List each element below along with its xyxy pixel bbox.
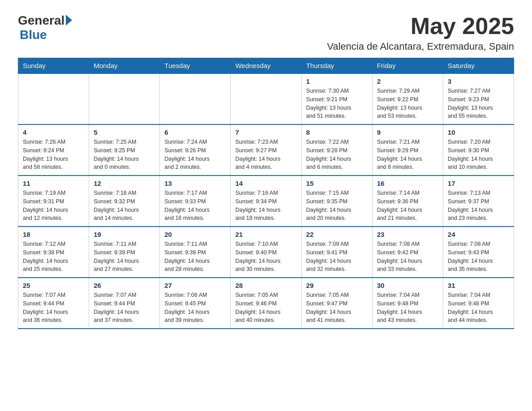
- logo-arrow-icon: [66, 15, 72, 26]
- day-number: 22: [306, 231, 368, 238]
- day-number: 9: [377, 128, 438, 136]
- calendar-cell-5-6: 30Sunrise: 7:04 AM Sunset: 9:48 PM Dayli…: [372, 278, 443, 329]
- day-number: 27: [164, 282, 226, 289]
- day-info: Sunrise: 7:18 AM Sunset: 9:32 PM Dayligh…: [94, 190, 139, 221]
- week-row-1: 1Sunrise: 7:30 AM Sunset: 9:21 PM Daylig…: [18, 73, 514, 124]
- calendar-cell-1-7: 3Sunrise: 7:27 AM Sunset: 9:23 PM Daylig…: [443, 73, 514, 124]
- day-info: Sunrise: 7:21 AM Sunset: 9:29 PM Dayligh…: [377, 139, 422, 170]
- day-info: Sunrise: 7:27 AM Sunset: 9:23 PM Dayligh…: [448, 88, 493, 119]
- calendar-cell-4-4: 21Sunrise: 7:10 AM Sunset: 9:40 PM Dayli…: [231, 227, 301, 278]
- day-info: Sunrise: 7:19 AM Sunset: 9:31 PM Dayligh…: [23, 190, 68, 221]
- day-info: Sunrise: 7:17 AM Sunset: 9:33 PM Dayligh…: [164, 190, 210, 221]
- day-info: Sunrise: 7:11 AM Sunset: 9:39 PM Dayligh…: [164, 241, 210, 272]
- day-info: Sunrise: 7:16 AM Sunset: 9:34 PM Dayligh…: [235, 190, 280, 221]
- logo-blue-text: Blue: [20, 28, 47, 42]
- day-number: 12: [94, 180, 155, 187]
- day-number: 14: [235, 180, 296, 187]
- weekday-header-monday: Monday: [89, 58, 160, 74]
- page-header: General Blue May 2025 Valencia de Alcant…: [18, 13, 514, 52]
- calendar-cell-5-1: 25Sunrise: 7:07 AM Sunset: 9:44 PM Dayli…: [18, 278, 89, 329]
- day-info: Sunrise: 7:04 AM Sunset: 9:48 PM Dayligh…: [377, 292, 422, 323]
- day-info: Sunrise: 7:30 AM Sunset: 9:21 PM Dayligh…: [306, 88, 352, 119]
- day-number: 21: [235, 231, 296, 238]
- day-info: Sunrise: 7:04 AM Sunset: 9:48 PM Dayligh…: [448, 292, 493, 323]
- calendar-cell-5-4: 28Sunrise: 7:05 AM Sunset: 9:46 PM Dayli…: [231, 278, 301, 329]
- calendar-cell-3-2: 12Sunrise: 7:18 AM Sunset: 9:32 PM Dayli…: [89, 176, 160, 227]
- day-number: 20: [164, 231, 226, 238]
- calendar-cell-1-4: [231, 73, 301, 124]
- calendar-cell-2-1: 4Sunrise: 7:26 AM Sunset: 9:24 PM Daylig…: [18, 124, 89, 176]
- day-number: 1: [306, 77, 368, 85]
- calendar-cell-2-6: 9Sunrise: 7:21 AM Sunset: 9:29 PM Daylig…: [372, 124, 443, 176]
- day-info: Sunrise: 7:08 AM Sunset: 9:43 PM Dayligh…: [448, 241, 493, 272]
- day-number: 18: [23, 231, 84, 238]
- calendar-cell-4-2: 19Sunrise: 7:11 AM Sunset: 9:39 PM Dayli…: [89, 227, 160, 278]
- calendar-cell-2-7: 10Sunrise: 7:20 AM Sunset: 9:30 PM Dayli…: [443, 124, 514, 176]
- day-info: Sunrise: 7:20 AM Sunset: 9:30 PM Dayligh…: [448, 139, 493, 170]
- day-info: Sunrise: 7:25 AM Sunset: 9:25 PM Dayligh…: [94, 139, 139, 170]
- day-number: 6: [164, 128, 226, 136]
- day-number: 19: [94, 231, 155, 238]
- calendar-cell-2-5: 8Sunrise: 7:22 AM Sunset: 9:28 PM Daylig…: [301, 124, 372, 176]
- calendar-cell-3-4: 14Sunrise: 7:16 AM Sunset: 9:34 PM Dayli…: [231, 176, 301, 227]
- calendar-cell-5-3: 27Sunrise: 7:06 AM Sunset: 9:45 PM Dayli…: [160, 278, 231, 329]
- day-info: Sunrise: 7:24 AM Sunset: 9:26 PM Dayligh…: [164, 139, 210, 170]
- day-number: 28: [235, 282, 296, 289]
- day-number: 13: [164, 180, 226, 187]
- day-number: 2: [377, 77, 438, 85]
- calendar-cell-3-7: 17Sunrise: 7:13 AM Sunset: 9:37 PM Dayli…: [443, 176, 514, 227]
- day-number: 17: [448, 180, 509, 187]
- calendar-cell-4-6: 23Sunrise: 7:08 AM Sunset: 9:42 PM Dayli…: [372, 227, 443, 278]
- calendar-header-row: SundayMondayTuesdayWednesdayThursdayFrid…: [18, 58, 514, 74]
- calendar-cell-3-3: 13Sunrise: 7:17 AM Sunset: 9:33 PM Dayli…: [160, 176, 231, 227]
- day-info: Sunrise: 7:11 AM Sunset: 9:39 PM Dayligh…: [94, 241, 139, 272]
- calendar-cell-2-3: 6Sunrise: 7:24 AM Sunset: 9:26 PM Daylig…: [160, 124, 231, 176]
- calendar-cell-2-2: 5Sunrise: 7:25 AM Sunset: 9:25 PM Daylig…: [89, 124, 160, 176]
- day-number: 23: [377, 231, 438, 238]
- day-info: Sunrise: 7:07 AM Sunset: 9:44 PM Dayligh…: [23, 292, 68, 323]
- day-number: 3: [448, 77, 509, 85]
- weekday-header-thursday: Thursday: [301, 58, 372, 74]
- day-number: 30: [377, 282, 438, 289]
- weekday-header-wednesday: Wednesday: [231, 58, 301, 74]
- day-number: 26: [94, 282, 155, 289]
- calendar-cell-3-6: 16Sunrise: 7:14 AM Sunset: 9:36 PM Dayli…: [372, 176, 443, 227]
- calendar-cell-1-2: [89, 73, 160, 124]
- title-section: May 2025 Valencia de Alcantara, Extremad…: [327, 13, 514, 52]
- calendar-cell-2-4: 7Sunrise: 7:23 AM Sunset: 9:27 PM Daylig…: [231, 124, 301, 176]
- week-row-5: 25Sunrise: 7:07 AM Sunset: 9:44 PM Dayli…: [18, 278, 514, 329]
- day-info: Sunrise: 7:23 AM Sunset: 9:27 PM Dayligh…: [235, 139, 280, 170]
- week-row-2: 4Sunrise: 7:26 AM Sunset: 9:24 PM Daylig…: [18, 124, 514, 176]
- day-info: Sunrise: 7:09 AM Sunset: 9:41 PM Dayligh…: [306, 241, 352, 272]
- calendar-cell-4-7: 24Sunrise: 7:08 AM Sunset: 9:43 PM Dayli…: [443, 227, 514, 278]
- calendar-cell-1-5: 1Sunrise: 7:30 AM Sunset: 9:21 PM Daylig…: [301, 73, 372, 124]
- calendar-cell-1-3: [160, 73, 231, 124]
- weekday-header-saturday: Saturday: [443, 58, 514, 74]
- day-info: Sunrise: 7:13 AM Sunset: 9:37 PM Dayligh…: [448, 190, 493, 221]
- weekday-header-friday: Friday: [372, 58, 443, 74]
- day-info: Sunrise: 7:15 AM Sunset: 9:35 PM Dayligh…: [306, 190, 352, 221]
- day-number: 31: [448, 282, 509, 289]
- day-info: Sunrise: 7:06 AM Sunset: 9:45 PM Dayligh…: [164, 292, 210, 323]
- day-info: Sunrise: 7:29 AM Sunset: 9:22 PM Dayligh…: [377, 88, 422, 119]
- calendar-cell-4-3: 20Sunrise: 7:11 AM Sunset: 9:39 PM Dayli…: [160, 227, 231, 278]
- logo: General Blue: [18, 13, 72, 42]
- day-number: 4: [23, 128, 84, 136]
- day-info: Sunrise: 7:10 AM Sunset: 9:40 PM Dayligh…: [235, 241, 280, 272]
- weekday-header-tuesday: Tuesday: [160, 58, 231, 74]
- day-info: Sunrise: 7:12 AM Sunset: 9:38 PM Dayligh…: [23, 241, 68, 272]
- day-info: Sunrise: 7:26 AM Sunset: 9:24 PM Dayligh…: [23, 139, 68, 170]
- day-number: 15: [306, 180, 368, 187]
- day-number: 16: [377, 180, 438, 187]
- day-info: Sunrise: 7:05 AM Sunset: 9:46 PM Dayligh…: [235, 292, 280, 323]
- day-number: 29: [306, 282, 368, 289]
- day-number: 25: [23, 282, 84, 289]
- logo-general-text: General: [18, 13, 64, 28]
- day-number: 8: [306, 128, 368, 136]
- day-info: Sunrise: 7:08 AM Sunset: 9:42 PM Dayligh…: [377, 241, 422, 272]
- calendar-cell-5-2: 26Sunrise: 7:07 AM Sunset: 9:44 PM Dayli…: [89, 278, 160, 329]
- day-info: Sunrise: 7:22 AM Sunset: 9:28 PM Dayligh…: [306, 139, 352, 170]
- location-title: Valencia de Alcantara, Extremadura, Spai…: [327, 41, 514, 52]
- day-info: Sunrise: 7:07 AM Sunset: 9:44 PM Dayligh…: [94, 292, 139, 323]
- day-info: Sunrise: 7:05 AM Sunset: 9:47 PM Dayligh…: [306, 292, 352, 323]
